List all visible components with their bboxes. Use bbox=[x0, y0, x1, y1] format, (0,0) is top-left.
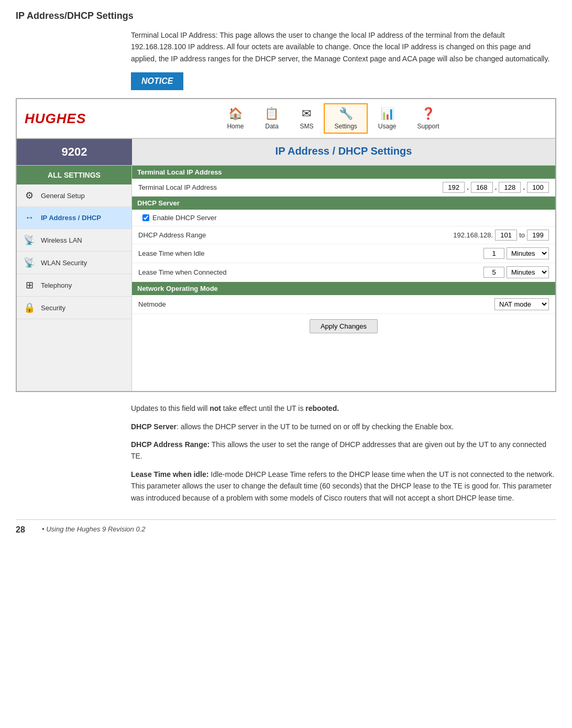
dhcp-range-field-group: 192.168.128. to bbox=[453, 230, 549, 241]
section-header-network-mode: Network Operating Mode bbox=[132, 282, 555, 295]
page-number: 28 bbox=[16, 525, 31, 535]
sidebar-item-telephony[interactable]: ⊞ Telephony bbox=[17, 274, 131, 297]
nav-item-data[interactable]: 📋 Data bbox=[254, 103, 289, 134]
sidebar-label-security: Security bbox=[41, 304, 65, 312]
sidebar-item-wireless-lan[interactable]: 📡 Wireless LAN bbox=[17, 229, 131, 252]
nav-item-support[interactable]: ❓ Support bbox=[407, 103, 450, 134]
rebooted-bold: rebooted. bbox=[305, 404, 339, 412]
sidebar-label-wlan-security: WLAN Security bbox=[41, 259, 87, 267]
netmode-row: Netmode NAT mode Bridge mode bbox=[132, 295, 555, 314]
home-icon: 🏠 bbox=[228, 107, 243, 121]
model-number: 9202 bbox=[17, 139, 132, 165]
netmode-select[interactable]: NAT mode Bridge mode bbox=[494, 298, 549, 310]
wlan-security-icon: 📡 bbox=[23, 257, 36, 268]
lease-connected-field-group: Minutes Seconds Hours bbox=[483, 266, 549, 278]
notice-banner: NOTICE bbox=[131, 72, 183, 90]
page-footer: 28 • Using the Hughes 9 Revision 0.2 bbox=[16, 519, 556, 535]
ip-sep-2: . bbox=[495, 183, 497, 191]
sidebar-item-wlan-security[interactable]: 📡 WLAN Security bbox=[17, 252, 131, 274]
sms-icon: ✉ bbox=[302, 107, 311, 121]
footer-text: • Using the Hughes 9 Revision 0.2 bbox=[42, 525, 146, 533]
ip-octet-2[interactable] bbox=[471, 182, 493, 193]
main-content: ALL SETTINGS ⚙ General Setup ↔ IP Addres… bbox=[17, 166, 555, 391]
dhcp-address-range-bold-label: DHCP Address Range: bbox=[131, 440, 210, 449]
netmode-field-group: NAT mode Bridge mode bbox=[494, 298, 549, 310]
router-page-heading: IP Address / DHCP Settings bbox=[132, 139, 555, 165]
ip-icon: ↔ bbox=[23, 212, 36, 223]
apply-changes-row: Apply Changes bbox=[132, 314, 555, 339]
lease-idle-value[interactable] bbox=[483, 248, 504, 259]
sidebar-item-general-setup[interactable]: ⚙ General Setup bbox=[17, 184, 131, 207]
netmode-label: Netmode bbox=[138, 300, 494, 308]
sidebar-label-telephony: Telephony bbox=[41, 281, 72, 289]
nav-item-home[interactable]: 🏠 Home bbox=[216, 103, 254, 134]
sidebar-label-ip-address: IP Address / DHCP bbox=[41, 214, 101, 222]
data-icon: 📋 bbox=[265, 107, 279, 121]
nav-label-settings: Settings bbox=[334, 123, 357, 130]
section-header-dhcp: DHCP Server bbox=[132, 197, 555, 210]
lease-connected-value[interactable] bbox=[483, 267, 504, 278]
lease-idle-unit-select[interactable]: Minutes Seconds Hours bbox=[507, 247, 549, 259]
dhcp-range-end[interactable] bbox=[527, 230, 549, 241]
sidebar-label-general-setup: General Setup bbox=[41, 192, 85, 200]
usage-icon: 📊 bbox=[380, 107, 394, 121]
nav-label-usage: Usage bbox=[378, 123, 397, 130]
ip-sep-1: . bbox=[467, 183, 469, 191]
nav-item-sms[interactable]: ✉ SMS bbox=[289, 103, 324, 134]
lease-idle-row: Lease Time when Idle Minutes Seconds Hou… bbox=[132, 244, 555, 263]
sidebar-item-ip-address[interactable]: ↔ IP Address / DHCP bbox=[17, 207, 131, 229]
sidebar-label-wireless-lan: Wireless LAN bbox=[41, 236, 82, 244]
nav-label-data: Data bbox=[265, 123, 278, 130]
ip-sep-3: . bbox=[523, 183, 525, 191]
dhcp-range-to: to bbox=[519, 231, 525, 239]
dhcp-address-range-paragraph: DHCP Address Range: This allows the user… bbox=[131, 439, 556, 462]
ip-octet-4[interactable] bbox=[527, 182, 549, 193]
ip-octet-3[interactable] bbox=[499, 182, 521, 193]
sidebar-item-security[interactable]: 🔒 Security bbox=[17, 297, 131, 319]
enable-dhcp-label: Enable DHCP Server bbox=[152, 214, 217, 222]
wireless-icon: 📡 bbox=[23, 234, 36, 246]
settings-icon: 🔧 bbox=[339, 107, 353, 121]
screenshot-wrapper: HUGHES 🏠 Home 📋 Data ✉ SMS 🔧 Settings bbox=[16, 98, 556, 392]
dhcp-range-row: DHCP Address Range 192.168.128. to bbox=[132, 226, 555, 244]
lease-idle-label: Lease Time when Idle bbox=[138, 249, 483, 257]
settings-panel: Terminal Local IP Address Terminal Local… bbox=[132, 166, 555, 391]
dhcp-range-label: DHCP Address Range bbox=[138, 231, 453, 239]
sidebar-all-settings: ALL SETTINGS bbox=[17, 166, 131, 184]
enable-dhcp-checkbox[interactable] bbox=[142, 214, 149, 221]
telephony-icon: ⊞ bbox=[23, 279, 36, 291]
nav-icons: 🏠 Home 📋 Data ✉ SMS 🔧 Settings 📊 U bbox=[119, 103, 547, 134]
nav-label-home: Home bbox=[227, 123, 244, 130]
lease-idle-paragraph: Lease Time when idle: Idle-mode DHCP Lea… bbox=[131, 469, 556, 504]
router-header: HUGHES 🏠 Home 📋 Data ✉ SMS 🔧 Settings bbox=[17, 99, 555, 139]
terminal-ip-label: Terminal Local IP Address bbox=[138, 183, 443, 191]
support-icon: ❓ bbox=[421, 107, 435, 121]
dhcp-range-prefix: 192.168.128. bbox=[453, 231, 493, 239]
terminal-ip-row: Terminal Local IP Address . . . bbox=[132, 179, 555, 197]
hughes-logo: HUGHES bbox=[25, 111, 108, 127]
intro-text: Terminal Local IP Address: This page all… bbox=[131, 29, 556, 64]
not-bold: not bbox=[210, 404, 221, 412]
lock-icon: 🔒 bbox=[23, 302, 36, 313]
lease-connected-label: Lease Time when Connected bbox=[138, 268, 483, 276]
nav-item-settings[interactable]: 🔧 Settings bbox=[324, 103, 367, 134]
dhcp-server-bold-label: DHCP Server bbox=[131, 422, 177, 431]
lease-connected-row: Lease Time when Connected Minutes Second… bbox=[132, 263, 555, 282]
terminal-ip-field-group: . . . bbox=[443, 182, 549, 193]
model-bar: 9202 IP Address / DHCP Settings bbox=[17, 139, 555, 166]
lease-idle-bold-label: Lease Time when idle: bbox=[131, 470, 208, 479]
section-header-terminal-ip: Terminal Local IP Address bbox=[132, 166, 555, 179]
enable-dhcp-row: Enable DHCP Server bbox=[132, 210, 555, 226]
reboot-notice-paragraph: Updates to this field will not take effe… bbox=[131, 403, 556, 414]
lease-idle-field-group: Minutes Seconds Hours bbox=[483, 247, 549, 259]
apply-changes-button[interactable]: Apply Changes bbox=[310, 319, 378, 333]
dhcp-range-start[interactable] bbox=[495, 230, 517, 241]
gear-icon: ⚙ bbox=[23, 190, 36, 201]
sidebar: ALL SETTINGS ⚙ General Setup ↔ IP Addres… bbox=[17, 166, 132, 391]
ip-octet-1[interactable] bbox=[443, 182, 465, 193]
nav-item-usage[interactable]: 📊 Usage bbox=[368, 103, 407, 134]
body-text-section: Updates to this field will not take effe… bbox=[131, 403, 556, 504]
nav-label-sms: SMS bbox=[300, 123, 313, 130]
lease-connected-unit-select[interactable]: Minutes Seconds Hours bbox=[507, 266, 549, 278]
dhcp-server-paragraph: DHCP Server: allows the DHCP server in t… bbox=[131, 421, 556, 432]
